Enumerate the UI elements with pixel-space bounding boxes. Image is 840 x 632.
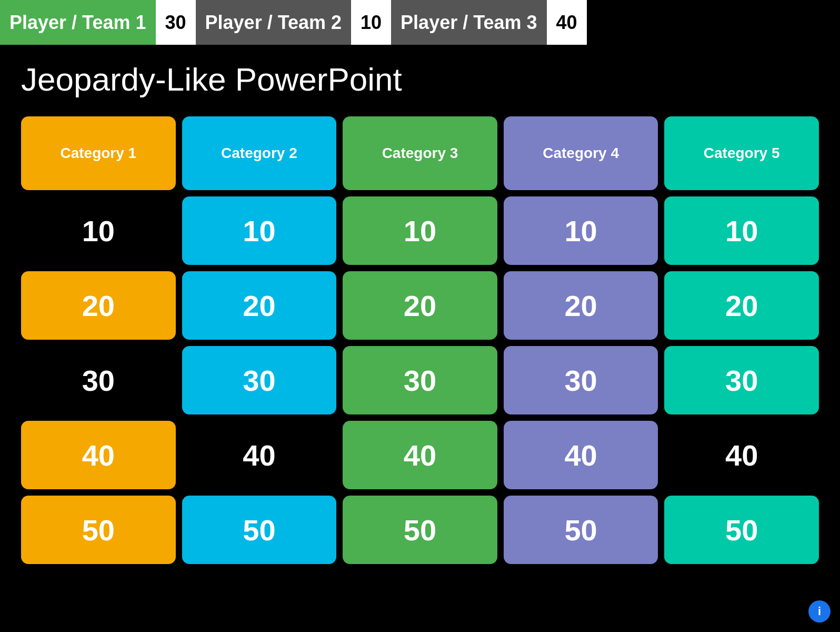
team-name: Player / Team 1 (0, 0, 156, 45)
value-cell-r1-c3[interactable]: 10 (343, 196, 497, 265)
value-cell-r2-c3[interactable]: 20 (343, 271, 497, 340)
team-block: Player / Team 210 (196, 0, 392, 45)
team-block: Player / Team 340 (391, 0, 587, 45)
category-header-4[interactable]: Category 4 (504, 116, 658, 190)
category-header-5[interactable]: Category 5 (664, 116, 819, 190)
value-cell-r3-c5[interactable]: 30 (664, 346, 819, 414)
category-header-3[interactable]: Category 3 (343, 116, 497, 190)
value-cell-r4-c2[interactable]: 40 (182, 421, 337, 489)
value-cell-r4-c5[interactable]: 40 (664, 421, 819, 489)
value-cell-r5-c3[interactable]: 50 (343, 496, 497, 564)
value-cell-r5-c1[interactable]: 50 (21, 496, 176, 564)
team-score: 30 (156, 0, 196, 45)
value-cell-r2-c2[interactable]: 20 (182, 271, 337, 340)
team-block: Player / Team 130 (0, 0, 196, 45)
value-cell-r1-c1[interactable]: 10 (21, 196, 176, 265)
page-title: Jeopardy-Like PowerPoint (21, 61, 819, 98)
value-cell-r1-c4[interactable]: 10 (504, 196, 658, 265)
team-score: 40 (547, 0, 587, 45)
value-cell-r5-c5[interactable]: 50 (664, 496, 819, 564)
category-header-1[interactable]: Category 1 (21, 116, 176, 190)
info-icon[interactable]: i (808, 600, 831, 623)
value-cell-r2-c5[interactable]: 20 (664, 271, 819, 340)
score-bar: Player / Team 130Player / Team 210Player… (0, 0, 840, 45)
value-cell-r4-c3[interactable]: 40 (343, 421, 497, 489)
team-name: Player / Team 2 (196, 0, 352, 45)
value-cell-r3-c1[interactable]: 30 (21, 346, 176, 414)
category-header-2[interactable]: Category 2 (182, 116, 337, 190)
value-cell-r3-c3[interactable]: 30 (343, 346, 497, 414)
value-cell-r3-c2[interactable]: 30 (182, 346, 337, 414)
value-cell-r3-c4[interactable]: 30 (504, 346, 658, 414)
team-name: Player / Team 3 (391, 0, 547, 45)
value-cell-r5-c2[interactable]: 50 (182, 496, 337, 564)
team-score: 10 (351, 0, 391, 45)
value-cell-r2-c4[interactable]: 20 (504, 271, 658, 340)
game-board: Category 1Category 2Category 3Category 4… (21, 116, 819, 564)
value-cell-r2-c1[interactable]: 20 (21, 271, 176, 340)
value-cell-r4-c4[interactable]: 40 (504, 421, 658, 489)
value-cell-r5-c4[interactable]: 50 (504, 496, 658, 564)
value-cell-r1-c2[interactable]: 10 (182, 196, 337, 265)
value-cell-r1-c5[interactable]: 10 (664, 196, 819, 265)
value-cell-r4-c1[interactable]: 40 (21, 421, 176, 489)
